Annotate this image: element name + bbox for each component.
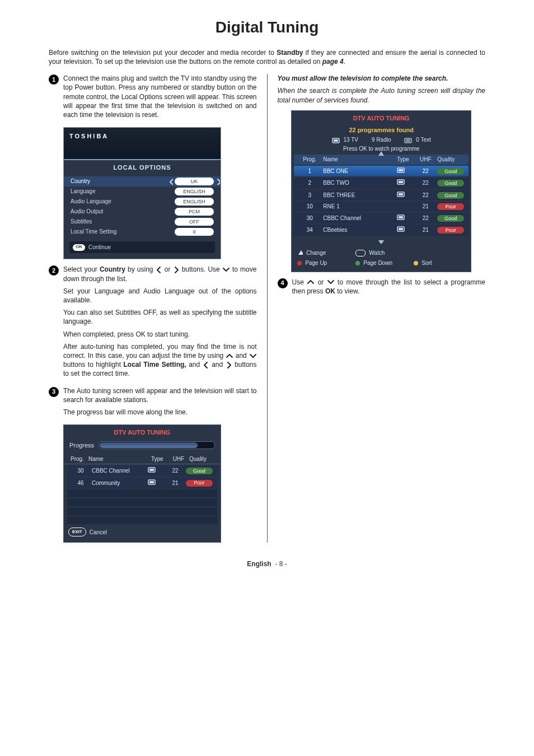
cell-name: BBC TWO [323, 179, 395, 187]
local-option-value[interactable]: ENGLISH [175, 188, 214, 195]
result-row[interactable]: 10RNE 121Poor [294, 202, 469, 212]
cell-prog: 3 [298, 192, 321, 199]
local-option-row[interactable]: CountryUK [64, 176, 221, 186]
tuning-results-title: DTV AUTO TUNING [292, 111, 471, 125]
local-option-row[interactable]: Audio OutputPCM [64, 207, 221, 217]
cell-uhf: 21 [416, 203, 435, 211]
left-column: 1 Connect the mains plug and switch the … [49, 74, 257, 543]
tuning-progress-screenshot: DTV AUTO TUNING Progress Prog. Name Type… [63, 424, 221, 543]
th-uhf: UHF [170, 455, 187, 463]
local-option-label: Audio Output [71, 208, 175, 216]
th2-prog: Prog. [298, 156, 321, 164]
step-2-p5-hi: Local Time Setting, [124, 361, 186, 368]
tv-icon [397, 191, 414, 200]
legend-pageup: Page Up [297, 259, 349, 267]
step-2-p5-post: buttons to highlight [63, 361, 124, 368]
chevron-down-icon [222, 266, 230, 274]
local-options-screenshot: TOSHIBA LOCAL OPTIONS CountryUKLanguageE… [63, 127, 221, 259]
local-option-row[interactable]: LanguageENGLISH [64, 186, 221, 197]
local-option-value[interactable]: OFF [175, 218, 214, 226]
legend-watch: Watch [355, 249, 407, 257]
cell-name: BBC ONE [323, 167, 395, 175]
continue-label: Continue [88, 244, 111, 251]
step-2-p5-and2: and [212, 361, 226, 368]
tuning-row: 30CBBC Channel22Good [67, 465, 217, 477]
step-2-p4: When completed, press OK to start tuning… [63, 330, 257, 339]
step-1-text: Connect the mains plug and switch the TV… [63, 74, 257, 119]
legend-change: Change [297, 249, 349, 257]
intro-page-ref: page 4 [322, 58, 344, 66]
step-4-text: Use or to move through the list to selec… [292, 278, 486, 296]
progress-label: Progress [69, 441, 94, 450]
quality-badge: Poor [437, 227, 464, 234]
quality-badge: Good [186, 468, 213, 474]
chevron-left-icon [203, 361, 209, 369]
tuning-results-screenshot: DTV AUTO TUNING 22 programmes found 13 T… [291, 110, 471, 272]
local-option-value[interactable]: 0 [175, 228, 214, 236]
cancel-label: Cancel [90, 529, 107, 536]
chevron-left-icon [156, 266, 162, 274]
result-row[interactable]: 3BBC THREE22Good [294, 190, 469, 201]
step-3: 3 The Auto tuning screen will appear and… [49, 386, 257, 421]
yellow-dot-icon [414, 261, 418, 265]
result-row[interactable]: 1BBC ONE22Good [294, 166, 469, 177]
ok-pill-icon: OK [73, 244, 85, 251]
count-tv-label: 13 TV [344, 137, 359, 143]
local-option-label: Subtitles [71, 218, 175, 226]
th2-type: Type [397, 156, 414, 164]
tv-icon [148, 479, 165, 488]
footer-page: - 8 - [275, 560, 287, 568]
scroll-down-icon[interactable] [292, 237, 471, 246]
legend-change-label: Change [306, 249, 326, 257]
legend-pagedown: Page Down [355, 259, 407, 267]
chevron-down-icon [249, 352, 257, 360]
count-text: 0 Text [404, 136, 430, 144]
result-row[interactable]: 30CBBC Channel22Good [294, 213, 469, 224]
programmes-found: 22 programmes found [292, 125, 471, 136]
results-legend: Change Watch Page Up Page Down [292, 246, 471, 267]
step-number-1-icon: 1 [49, 74, 59, 85]
step-2-p1-pre: Select your [63, 265, 100, 273]
step-4-end: to view. [337, 287, 359, 295]
th-name: Name [88, 455, 149, 463]
cell-uhf: 21 [416, 226, 435, 234]
local-options-header: TOSHIBA [64, 128, 221, 160]
chevron-down-icon [327, 278, 335, 286]
step-2-p1-post: buttons. Use [182, 265, 222, 273]
local-option-row[interactable]: Audio LanguageENGLISH [64, 197, 221, 207]
th-type: Type [151, 455, 168, 463]
results-table-header: Prog. Name Type UHF Quality [294, 155, 469, 165]
cell-prog: 10 [298, 203, 321, 211]
local-options-continue[interactable]: OK Continue [69, 241, 215, 254]
local-option-value[interactable]: ENGLISH [175, 198, 214, 206]
local-option-value[interactable]: UK [175, 178, 214, 185]
progress-fill [100, 442, 198, 448]
result-row[interactable]: 34CBeebies21Poor [294, 225, 469, 236]
intro-text-post: . [344, 58, 345, 66]
exit-button[interactable]: EXIT [68, 528, 86, 536]
local-option-label: Country [71, 178, 175, 185]
quality-badge: Good [437, 180, 464, 186]
empty-row [67, 516, 217, 524]
local-option-label: Audio Language [71, 198, 175, 206]
local-option-value[interactable]: PCM [175, 208, 214, 216]
step-2-p5-and: and [189, 361, 203, 368]
counts-line: 13 TV 9 Radio 0 Text [292, 135, 471, 145]
scroll-up-icon[interactable] [377, 150, 385, 158]
local-option-row[interactable]: SubtitlesOFF [64, 217, 221, 227]
result-row[interactable]: 2BBC TWO22Good [294, 178, 469, 189]
cell-uhf: 21 [167, 479, 184, 487]
step-2-p5: After auto-tuning has completed, you may… [63, 342, 257, 379]
cell-uhf: 22 [416, 192, 435, 199]
cell-name: BBC THREE [323, 192, 395, 199]
quality-badge: Good [437, 168, 464, 175]
step-1: 1 Connect the mains plug and switch the … [49, 74, 257, 123]
cell-prog: 46 [72, 479, 90, 487]
local-options-title: LOCAL OPTIONS [64, 160, 221, 176]
tv-icon [397, 226, 414, 235]
step-2-p1-country: Country [100, 265, 125, 273]
step-2-p5-mid: and [236, 352, 249, 360]
tuning-row: 46Community21Poor [67, 478, 217, 489]
local-option-row[interactable]: Local Time Setting0 [64, 227, 221, 237]
legend-pagedown-label: Page Down [363, 259, 392, 267]
